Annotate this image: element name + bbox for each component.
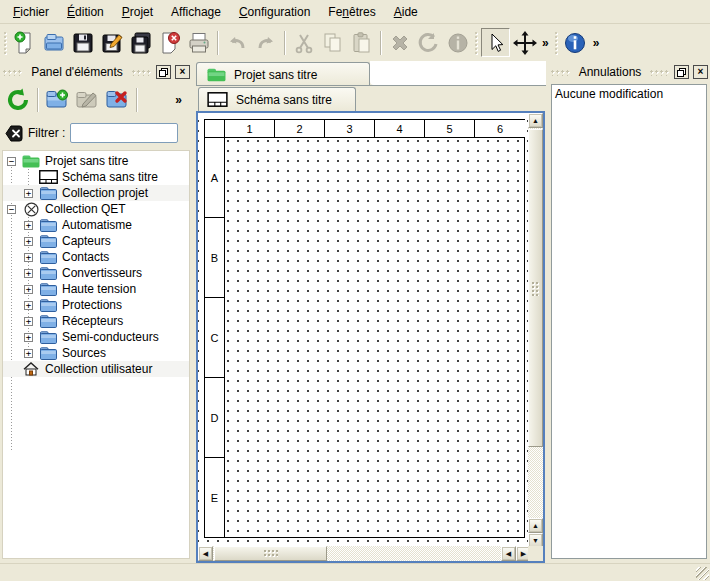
new-document-icon	[13, 31, 37, 55]
tree-item-protections[interactable]: Protections	[3, 297, 189, 313]
tree-item-semi-conducteurs[interactable]: Semi-conducteurs	[3, 329, 189, 345]
dock-grip-texture	[131, 69, 152, 76]
drawing-area[interactable]	[225, 138, 525, 538]
tree-item-project-collection[interactable]: Collection projet	[3, 185, 189, 201]
folder-icon	[38, 315, 58, 328]
diagram-tab[interactable]: Schéma sans titre	[198, 87, 356, 111]
close-document-button[interactable]	[155, 28, 184, 57]
expand-icon[interactable]	[24, 189, 33, 198]
scroll-left-button[interactable]: ◀	[501, 546, 516, 561]
new-document-button[interactable]	[10, 28, 39, 57]
diagram-scene[interactable]: 1 2 3 4 5 6 A B C D E	[198, 113, 528, 546]
expand-icon[interactable]	[24, 269, 33, 278]
toolbar-drag-handle[interactable]	[3, 31, 8, 55]
folder-icon	[38, 347, 58, 360]
menu-configuration[interactable]: Configuration	[230, 2, 319, 22]
expand-icon[interactable]	[24, 285, 33, 294]
expand-icon[interactable]	[24, 301, 33, 310]
info-button[interactable]	[561, 28, 590, 57]
expand-icon[interactable]	[24, 253, 33, 262]
float-dock-button[interactable]	[674, 65, 689, 79]
grid-row-header: B	[205, 218, 225, 298]
select-tool-button[interactable]	[481, 28, 510, 57]
clear-filter-icon[interactable]	[5, 125, 23, 142]
tree-item-user-collection[interactable]: Collection utilisateur	[3, 361, 189, 377]
undo-panel-dock: Annulations × Aucune modification	[548, 60, 710, 561]
menu-fenetres[interactable]: Fenêtres	[319, 2, 384, 22]
info-icon	[563, 31, 587, 55]
undo-icon	[225, 31, 249, 55]
folder-icon	[38, 219, 58, 232]
menu-aide[interactable]: Aide	[385, 2, 427, 22]
toolbar-drag-handle[interactable]	[474, 31, 479, 55]
scroll-up-button[interactable]: ▲	[528, 518, 543, 533]
close-dock-button[interactable]: ×	[175, 65, 190, 79]
dock-grip-texture	[2, 69, 23, 76]
scroll-left-button[interactable]: ◀	[198, 546, 213, 561]
undo-panel-titlebar[interactable]: Annulations ×	[550, 63, 708, 81]
expand-icon[interactable]	[24, 317, 33, 326]
collapse-icon[interactable]	[7, 157, 16, 166]
open-project-button[interactable]	[39, 28, 68, 57]
cut-icon	[292, 31, 316, 55]
delete-category-button[interactable]	[102, 85, 132, 115]
folder-icon	[38, 299, 58, 312]
scroll-up-button[interactable]: ▲	[528, 113, 543, 128]
resize-grip-icon[interactable]	[696, 567, 709, 580]
redo-icon	[254, 31, 278, 55]
tree-item-haute-tension[interactable]: Haute tension	[3, 281, 189, 297]
delete-folder-icon	[104, 87, 130, 113]
cut-button	[289, 28, 318, 57]
toolbar-separator	[380, 31, 381, 55]
print-button[interactable]	[184, 28, 213, 57]
new-category-button[interactable]	[42, 85, 72, 115]
expand-icon[interactable]	[24, 333, 33, 342]
save-all-button[interactable]	[126, 28, 155, 57]
elements-panel-titlebar[interactable]: Panel d'éléments ×	[2, 63, 190, 81]
diagram-sheet-grid: 1 2 3 4 5 6 A B C D E	[204, 119, 525, 538]
save-as-button[interactable]	[97, 28, 126, 57]
close-dock-button[interactable]: ×	[693, 65, 708, 79]
grid-column-header: 1	[225, 120, 275, 138]
horizontal-scroll-thumb[interactable]	[214, 546, 327, 561]
toolbar-drag-handle[interactable]	[554, 31, 559, 55]
menu-projet[interactable]: Projet	[113, 2, 162, 22]
tree-item-sources[interactable]: Sources	[3, 345, 189, 361]
vertical-scrollbar[interactable]: ▲ ▲ ▼	[528, 113, 543, 550]
tree-item-qet-collection[interactable]: Collection QET	[3, 201, 189, 217]
filter-input[interactable]	[70, 123, 178, 143]
undo-history-list[interactable]: Aucune modification	[551, 84, 707, 559]
move-tool-button[interactable]	[510, 28, 539, 57]
project-tab[interactable]: Projet sans titre	[196, 62, 370, 86]
tree-item-automatisme[interactable]: Automatisme	[3, 217, 189, 233]
collapse-icon[interactable]	[7, 205, 16, 214]
save-button[interactable]	[68, 28, 97, 57]
collections-toolbar-overflow[interactable]: »	[172, 93, 185, 107]
horizontal-scrollbar[interactable]: ◀ ◀ ▶	[198, 546, 532, 561]
tree-item-convertisseurs[interactable]: Convertisseurs	[3, 265, 189, 281]
grid-row-header: E	[205, 458, 225, 538]
tree-item-capteurs[interactable]: Capteurs	[3, 233, 189, 249]
filter-label: Filtrer :	[28, 126, 65, 140]
menu-affichage[interactable]: Affichage	[162, 2, 230, 22]
tree-item-project[interactable]: Projet sans titre	[3, 153, 189, 169]
diagram-view[interactable]: 1 2 3 4 5 6 A B C D E ▲ ▲ ▼ ◀ ◀ ▶	[196, 111, 545, 563]
menu-bar: Fichier Édition Projet Affichage Configu…	[0, 0, 710, 24]
float-icon	[159, 68, 168, 77]
menu-edition[interactable]: Édition	[58, 2, 113, 22]
reload-collections-button[interactable]	[3, 85, 33, 115]
toolbar-overflow-button[interactable]: »	[590, 36, 603, 50]
qet-collection-icon	[21, 202, 41, 217]
tree-item-diagram[interactable]: Schéma sans titre	[3, 169, 189, 185]
grid-row-header: C	[205, 298, 225, 378]
tree-item-recepteurs[interactable]: Récepteurs	[3, 313, 189, 329]
expand-icon[interactable]	[24, 221, 33, 230]
expand-icon[interactable]	[24, 349, 33, 358]
menu-fichier[interactable]: Fichier	[4, 2, 58, 22]
toolbar-overflow-button[interactable]: »	[539, 36, 552, 50]
float-dock-button[interactable]	[156, 65, 171, 79]
expand-icon[interactable]	[24, 237, 33, 246]
tree-item-contacts[interactable]: Contacts	[3, 249, 189, 265]
vertical-scroll-thumb[interactable]	[528, 129, 543, 447]
undo-list-item[interactable]: Aucune modification	[552, 85, 706, 103]
